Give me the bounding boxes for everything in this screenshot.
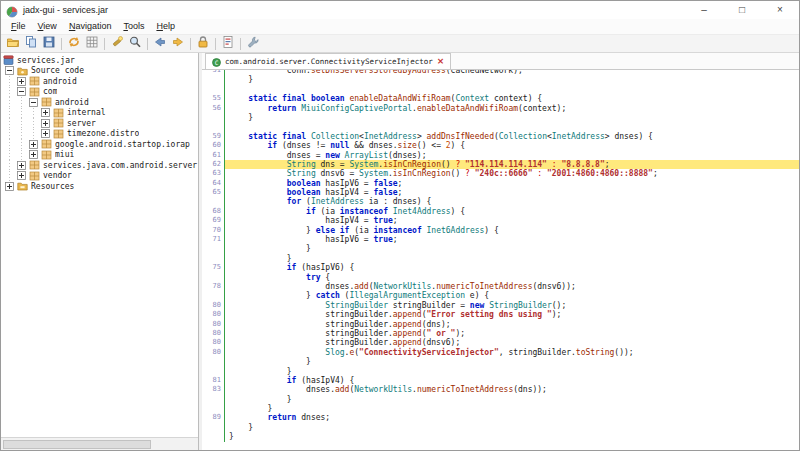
code-line[interactable]: }: [202, 113, 799, 122]
code-line[interactable]: 56 return MiuiConfigCaptivePortal.enable…: [202, 104, 799, 113]
tree-item-services-java-com-android-server[interactable]: services.java.com.android.server.: [3, 160, 198, 171]
code-line-highlighted[interactable]: 62 String dns = System.isInCnRegion() ? …: [202, 160, 799, 169]
line-number: 59: [202, 132, 225, 141]
code-line[interactable]: try {: [202, 273, 799, 282]
code-line[interactable]: 69 hasIpV4 = true;: [202, 216, 799, 225]
save-all-icon: [42, 35, 56, 52]
tab-bar: C com.android.server.ConnectivityService…: [202, 53, 799, 70]
code-line[interactable]: }: [202, 75, 799, 84]
tree-item-server[interactable]: server: [3, 118, 198, 129]
code-text: }: [225, 113, 799, 122]
code-line[interactable]: 60 if (dnses != null && dnses.size() <= …: [202, 141, 799, 150]
menu-view[interactable]: View: [32, 19, 63, 34]
tab-connectivity-service-injector[interactable]: C com.android.server.ConnectivityService…: [205, 53, 451, 69]
code-line[interactable]: 80 StringBuilder stringBuilder = new Str…: [202, 301, 799, 310]
code-line[interactable]: 78 dnses.add(NetworkUtils.numericToInetA…: [202, 282, 799, 291]
collapse-handle-icon[interactable]: [29, 98, 38, 107]
code-line[interactable]: }: [202, 244, 799, 253]
code-line[interactable]: 83 dnses.add(NetworkUtils.numericToInetA…: [202, 385, 799, 394]
code-line[interactable]: 80 stringBuilder.append(dnsv6);: [202, 338, 799, 347]
code-line[interactable]: 75 if (hasIpV6) {: [202, 263, 799, 272]
tree-item-label: internal: [67, 108, 106, 117]
menu-tools[interactable]: Tools: [117, 19, 150, 34]
code-area[interactable]: 51 conn.setDnsServersStoredByAddress(cac…: [202, 70, 799, 450]
close-button[interactable]: ×: [761, 1, 799, 19]
expand-handle-icon[interactable]: [17, 161, 26, 170]
code-line[interactable]: }: [202, 254, 799, 263]
open-file-button[interactable]: [4, 36, 22, 52]
tree-item-internal[interactable]: internal: [3, 108, 198, 119]
nav-back-button[interactable]: [151, 36, 169, 52]
save-all-button[interactable]: [40, 36, 58, 52]
scrollbar-thumb[interactable]: [3, 440, 151, 449]
code-line[interactable]: 70 } else if (ia instanceof Inet6Address…: [202, 226, 799, 235]
expand-handle-icon[interactable]: [41, 129, 50, 138]
line-number: [202, 423, 225, 432]
tree-item-resources[interactable]: Resources: [3, 181, 198, 192]
log-viewer-button[interactable]: [219, 36, 237, 52]
code-line[interactable]: for (InetAddress ia : dnses) {: [202, 197, 799, 206]
sync-button[interactable]: [65, 36, 83, 52]
minimize-button[interactable]: –: [685, 1, 723, 19]
tab-close-icon[interactable]: ×: [437, 57, 445, 66]
expand-handle-icon[interactable]: [17, 77, 26, 86]
code-line[interactable]: 61 dnses = new ArrayList(dnses);: [202, 151, 799, 160]
tree-item-miui[interactable]: miui: [3, 150, 198, 161]
tab-title: com.android.server.ConnectivityServiceIn…: [225, 57, 433, 66]
code-line[interactable]: 59 static final Collection<InetAddress> …: [202, 132, 799, 141]
add-files-button[interactable]: [22, 36, 40, 52]
code-line[interactable]: [202, 122, 799, 131]
tree-item-vendor[interactable]: vendor: [3, 171, 198, 182]
text-search-button[interactable]: [108, 36, 126, 52]
code-line[interactable]: 80 Slog.e("ConnectivityServiceInjector",…: [202, 348, 799, 357]
nav-forward-button[interactable]: [169, 36, 187, 52]
maximize-button[interactable]: □: [723, 1, 761, 19]
expand-handle-icon[interactable]: [29, 150, 38, 159]
tree-item-android[interactable]: android: [3, 97, 198, 108]
code-line[interactable]: 63 String dnsv6 = System.isInCnRegion() …: [202, 169, 799, 178]
code-line[interactable]: }: [202, 395, 799, 404]
class-search-button[interactable]: [126, 36, 144, 52]
tree-item-timezone-distro[interactable]: timezone.distro: [3, 129, 198, 140]
code-line[interactable]: 64 boolean hasIpV6 = false;: [202, 179, 799, 188]
code-line[interactable]: 89 return dnses;: [202, 413, 799, 422]
menu-navigation[interactable]: Navigation: [63, 19, 118, 34]
tree-item-source-code[interactable]: Source code: [3, 66, 198, 77]
tree-item-com[interactable]: com: [3, 87, 198, 98]
expand-handle-icon[interactable]: [29, 140, 38, 149]
package-icon: [53, 129, 64, 139]
expand-handle-icon[interactable]: [41, 108, 50, 117]
code-line[interactable]: }: [202, 404, 799, 413]
expand-handle-icon[interactable]: [17, 171, 26, 180]
code-line[interactable]: [202, 85, 799, 94]
code-line[interactable]: 80 stringBuilder.append(dns);: [202, 320, 799, 329]
menu-help[interactable]: Help: [150, 19, 181, 34]
expand-handle-icon[interactable]: [5, 182, 14, 191]
code-line[interactable]: 80 stringBuilder.append("Error setting d…: [202, 310, 799, 319]
code-line[interactable]: } catch (IllegalArgumentException e) {: [202, 291, 799, 300]
code-text: boolean hasIpV6 = false;: [225, 179, 799, 188]
code-line[interactable]: 81 if (hasIpV4) {: [202, 376, 799, 385]
code-line[interactable]: }: [202, 367, 799, 376]
code-line[interactable]: 68 if (ia instanceof Inet4Address) {: [202, 207, 799, 216]
tree-horizontal-scrollbar[interactable]: [1, 437, 198, 450]
flat-packages-button[interactable]: [83, 36, 101, 52]
code-line[interactable]: 80 stringBuilder.append(" or ");: [202, 329, 799, 338]
tree-item-services-jar[interactable]: services.jar: [3, 55, 198, 66]
preferences-button[interactable]: [244, 36, 262, 52]
code-text: StringBuilder stringBuilder = new String…: [225, 301, 799, 310]
tree-item-google-android-startop-iorap[interactable]: google.android.startop.iorap: [3, 139, 198, 150]
tree-item-android[interactable]: android: [3, 76, 198, 87]
collapse-handle-icon[interactable]: [5, 66, 14, 75]
code-line[interactable]: }: [202, 432, 799, 441]
code-line[interactable]: }: [202, 423, 799, 432]
collapse-handle-icon[interactable]: [17, 87, 26, 96]
expand-handle-icon[interactable]: [41, 119, 50, 128]
menu-file[interactable]: File: [5, 19, 32, 34]
code-line[interactable]: 55 static final boolean enableDataAndWif…: [202, 94, 799, 103]
code-line[interactable]: }: [202, 357, 799, 366]
tree-item-label: vendor: [43, 171, 72, 180]
deobfuscation-button[interactable]: [194, 36, 212, 52]
code-line[interactable]: 65 boolean hasIpV4 = false;: [202, 188, 799, 197]
code-line[interactable]: 71 hasIpV6 = true;: [202, 235, 799, 244]
